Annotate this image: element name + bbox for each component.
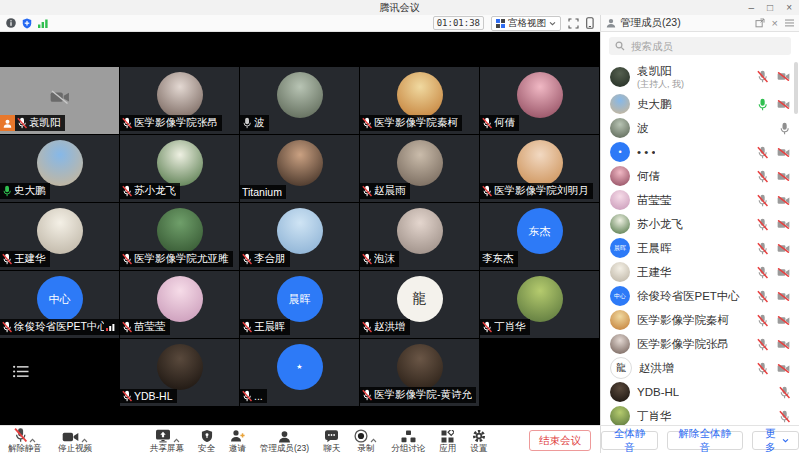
member-row[interactable]: 史大鹏	[601, 92, 799, 116]
video-tile[interactable]: YDB-HL	[120, 339, 239, 406]
member-row[interactable]: 晨晖王晨晖	[601, 236, 799, 260]
panel-menu-icon[interactable]	[785, 19, 794, 27]
member-row[interactable]: 龍赵洪增	[601, 356, 799, 380]
video-tile[interactable]: 苗莹莹	[120, 271, 239, 338]
mic-muted-icon[interactable]	[757, 70, 768, 83]
minimize-button[interactable]: –	[749, 1, 755, 14]
toolbar-invite-button[interactable]: 邀请	[229, 429, 246, 453]
search-box[interactable]	[609, 37, 791, 55]
toolbar-apps-button[interactable]: 应用	[439, 429, 456, 453]
meeting-info-icon[interactable]	[6, 18, 16, 28]
mic-muted-icon	[482, 185, 492, 197]
mic-muted-icon[interactable]	[779, 386, 790, 399]
mic-muted-icon[interactable]	[779, 410, 790, 423]
mic-muted-icon[interactable]	[757, 266, 768, 279]
participant-name: 赵洪增	[374, 320, 406, 334]
mic-muted-icon[interactable]	[757, 314, 768, 327]
video-tile[interactable]: 史大鹏	[0, 135, 119, 202]
video-tile[interactable]: 袁凯阳	[0, 67, 119, 134]
member-row[interactable]: 医学影像学院张昂	[601, 332, 799, 356]
video-tile[interactable]: 中心徐俊玲省医PET中心	[0, 271, 119, 338]
member-avatar	[610, 190, 630, 210]
camera-muted-icon[interactable]	[777, 340, 790, 349]
mic-muted-icon[interactable]	[757, 338, 768, 351]
mic-muted-icon[interactable]	[757, 194, 768, 207]
mute-all-button[interactable]: 全体静音	[601, 431, 658, 450]
video-tile[interactable]: 东杰李东杰	[480, 203, 599, 270]
view-mode-button[interactable]: 宫格视图	[491, 16, 561, 31]
mic-muted-icon[interactable]	[757, 242, 768, 255]
toolbar-share-screen-button[interactable]: 共享屏幕	[150, 429, 184, 453]
mic-muted-icon[interactable]	[757, 362, 768, 375]
member-row[interactable]: •• • •	[601, 140, 799, 164]
video-tile[interactable]	[0, 339, 119, 406]
video-tile[interactable]: 李合朋	[240, 203, 359, 270]
camera-muted-icon[interactable]	[777, 292, 790, 301]
video-tile[interactable]: 波	[240, 67, 359, 134]
member-search-input[interactable]	[629, 39, 785, 53]
more-button[interactable]: 更多	[752, 431, 799, 450]
unmute-all-button[interactable]: 解除全体静音	[667, 431, 743, 450]
mic-muted-icon[interactable]	[757, 170, 768, 183]
member-row[interactable]: 王建华	[601, 260, 799, 284]
camera-muted-icon[interactable]	[777, 316, 790, 325]
tile-nameplate: 波	[240, 115, 269, 131]
member-row[interactable]: 波	[601, 116, 799, 140]
toolbar-camera-button[interactable]: 停止视频	[58, 429, 92, 453]
member-row[interactable]: 袁凯阳(主持人, 我)	[601, 61, 799, 92]
member-name: 何倩	[637, 169, 660, 184]
mic-icon[interactable]	[779, 122, 790, 135]
camera-muted-icon[interactable]	[777, 268, 790, 277]
toolbar-shield-button[interactable]: 安全	[198, 429, 215, 453]
camera-muted-icon[interactable]	[777, 148, 790, 157]
camera-muted-icon[interactable]	[777, 172, 790, 181]
member-row[interactable]: 苗莹莹	[601, 188, 799, 212]
member-row[interactable]: 中心徐俊玲省医PET中心	[601, 284, 799, 308]
camera-muted-icon[interactable]	[777, 100, 790, 109]
video-tile[interactable]: 何倩	[480, 67, 599, 134]
toolbar-members-button[interactable]: 管理成员(23)	[260, 429, 309, 453]
video-tile[interactable]: ★...	[240, 339, 359, 406]
camera-muted-icon[interactable]	[777, 244, 790, 253]
toolbar-settings-button[interactable]: 设置	[470, 429, 487, 453]
video-tile[interactable]: 赵晨雨	[360, 135, 479, 202]
video-tile[interactable]: 苏小龙飞	[120, 135, 239, 202]
maximize-button[interactable]: □	[767, 1, 773, 14]
toolbar-mic-muted-button[interactable]: 解除静音	[8, 429, 42, 453]
security-shield-icon[interactable]	[22, 18, 32, 29]
toolbar-record-button[interactable]: 录制	[354, 429, 377, 453]
panel-close-icon[interactable]: ×	[772, 18, 778, 28]
video-tile[interactable]: 医学影像学院张昂	[120, 67, 239, 134]
mic-muted-icon[interactable]	[757, 290, 768, 303]
end-meeting-button[interactable]: 结束会议	[529, 430, 591, 451]
member-row[interactable]: YDB-HL	[601, 380, 799, 404]
camera-muted-icon[interactable]	[777, 364, 790, 373]
toolbar-chat-button[interactable]: 聊天	[323, 429, 340, 453]
video-tile[interactable]: 医学影像学院刘明月	[480, 135, 599, 202]
video-tile[interactable]: 龍赵洪增	[360, 271, 479, 338]
video-tile[interactable]: 王建华	[0, 203, 119, 270]
mic-muted-icon[interactable]	[757, 218, 768, 231]
toolbar-breakout-button[interactable]: 分组讨论	[391, 429, 425, 453]
video-tile[interactable]: Titanium	[240, 135, 359, 202]
device-icon[interactable]	[586, 17, 594, 29]
member-row[interactable]: 何倩	[601, 164, 799, 188]
video-tile[interactable]: 泡沫	[360, 203, 479, 270]
popout-icon[interactable]	[755, 18, 765, 28]
camera-muted-icon[interactable]	[777, 220, 790, 229]
member-row[interactable]: 医学影像学院秦柯	[601, 308, 799, 332]
mic-active-icon[interactable]	[757, 98, 768, 111]
video-tile[interactable]: 医学影像学院秦柯	[360, 67, 479, 134]
member-row[interactable]: 苏小龙飞	[601, 212, 799, 236]
close-button[interactable]: ×	[786, 1, 792, 14]
scrollbar-thumb[interactable]	[794, 62, 798, 114]
camera-muted-icon[interactable]	[777, 72, 790, 81]
fullscreen-icon[interactable]	[568, 18, 579, 29]
camera-muted-icon[interactable]	[777, 196, 790, 205]
video-tile[interactable]: 医学影像学院-黄诗允	[360, 339, 479, 406]
video-tile[interactable]: 丁肖华	[480, 271, 599, 338]
member-row[interactable]: 丁肖华	[601, 404, 799, 425]
mic-muted-icon[interactable]	[757, 146, 768, 159]
video-tile[interactable]: 医学影像学院尤亚雎	[120, 203, 239, 270]
video-tile[interactable]: 晨晖王晨晖	[240, 271, 359, 338]
